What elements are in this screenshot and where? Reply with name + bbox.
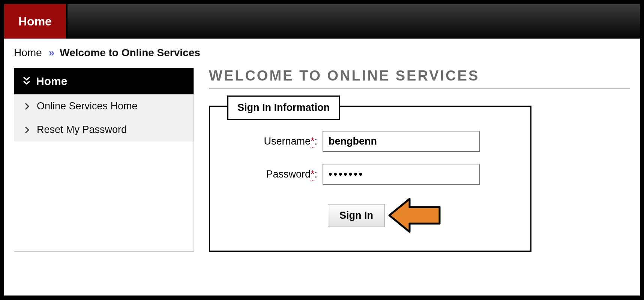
- sidebar-item-online-services-home[interactable]: Online Services Home: [14, 94, 194, 118]
- chevrons-down-icon: [23, 76, 30, 86]
- sidebar-item-label: Reset My Password: [37, 124, 127, 136]
- page-title: WELCOME TO ONLINE SERVICES: [209, 68, 630, 89]
- label-colon: :: [314, 169, 317, 180]
- username-row: Username*:: [225, 131, 515, 152]
- username-label-text: Username: [264, 136, 311, 147]
- arrow-left-icon: [387, 197, 443, 234]
- required-asterisk: *: [311, 136, 315, 148]
- button-row: Sign In: [225, 197, 515, 234]
- sidebar-list: Online Services Home Reset My Password: [14, 94, 194, 142]
- chevron-right-icon: [25, 126, 29, 134]
- username-label: Username*:: [225, 136, 323, 147]
- breadcrumb: Home » Welcome to Online Services: [4, 39, 640, 64]
- sidebar-item-label: Online Services Home: [37, 100, 138, 112]
- nav-home-label: Home: [18, 15, 52, 28]
- nav-home-tab[interactable]: Home: [4, 4, 68, 39]
- top-nav-bar: Home: [4, 4, 640, 39]
- password-label-text: Password: [266, 169, 311, 180]
- sign-in-button[interactable]: Sign In: [328, 204, 385, 227]
- chevron-right-icon: [25, 103, 29, 110]
- password-input[interactable]: [323, 164, 480, 185]
- content-body: Home Online Services Home Reset My Passw…: [4, 64, 640, 267]
- chevron-double-right-icon: »: [49, 47, 53, 59]
- breadcrumb-current: Welcome to Online Services: [60, 47, 200, 59]
- panel-legend: Sign In Information: [227, 96, 340, 120]
- signin-panel: Sign In Information Username*: Password*…: [209, 106, 531, 252]
- sidebar-header[interactable]: Home: [14, 68, 194, 94]
- sidebar: Home Online Services Home Reset My Passw…: [14, 68, 194, 252]
- label-colon: :: [314, 136, 317, 147]
- breadcrumb-root[interactable]: Home: [14, 47, 42, 59]
- svg-marker-0: [389, 199, 440, 232]
- sidebar-item-reset-my-password[interactable]: Reset My Password: [14, 118, 194, 142]
- required-asterisk: *: [311, 169, 315, 181]
- sidebar-title: Home: [36, 75, 67, 88]
- username-input[interactable]: [323, 131, 480, 152]
- password-label: Password*:: [225, 169, 323, 180]
- password-row: Password*:: [225, 164, 515, 185]
- main-panel: WELCOME TO ONLINE SERVICES Sign In Infor…: [209, 68, 630, 252]
- sign-in-button-label: Sign In: [339, 210, 373, 221]
- page: Home Home » Welcome to Online Services H…: [4, 4, 640, 296]
